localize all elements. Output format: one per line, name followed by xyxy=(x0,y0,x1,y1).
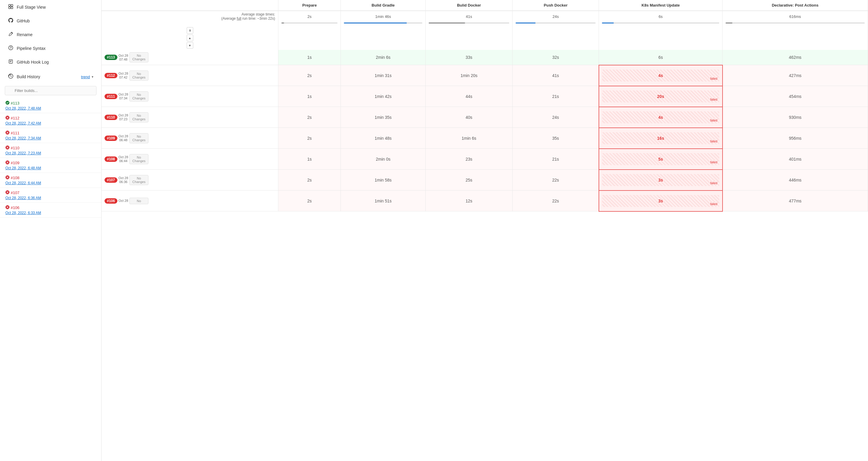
filter-input[interactable] xyxy=(5,86,96,95)
sidebar-item-full-stage-view[interactable]: Full Stage View xyxy=(2,1,99,14)
build-badge-3[interactable]: #110 xyxy=(104,114,117,120)
stage-value-r1-s0: 2s xyxy=(307,73,312,78)
build-item-112[interactable]: #112 Oct 28, 2022, 7:42 AM xyxy=(0,113,101,128)
sidebar-item-github[interactable]: GitHub xyxy=(2,14,99,28)
build-badge-6[interactable]: #107 xyxy=(104,177,117,183)
github-icon xyxy=(8,18,14,24)
build-number-110[interactable]: #110 xyxy=(11,146,20,150)
stage-value-r4-s5: 956ms xyxy=(789,136,801,141)
build-badge-7[interactable]: #106 xyxy=(104,198,117,204)
build-date-106[interactable]: Oct 28, 2022, 6:33 AM xyxy=(5,211,96,215)
build-badge-5[interactable]: #108 xyxy=(104,157,117,162)
build-date-display-6: Oct 28 xyxy=(119,176,128,180)
build-date-110[interactable]: Oct 28, 2022, 7:23 AM xyxy=(5,151,96,155)
build-badge-0[interactable]: #113 xyxy=(104,55,117,60)
nav-top-button[interactable]: ⬆ xyxy=(187,27,193,34)
build-item-106[interactable]: #106 Oct 28, 2022, 6:33 AM xyxy=(0,203,101,218)
build-number-111[interactable]: #111 xyxy=(11,131,20,135)
progress-cell-5 xyxy=(722,22,868,26)
stage-cell-r6-s5: 446ms xyxy=(722,170,868,191)
stage-value-r4-s0: 2s xyxy=(307,136,312,141)
stage-value-r6-s0: 2s xyxy=(307,178,312,183)
stage-value-r5-s5: 401ms xyxy=(789,157,801,162)
stage-cell-r2-s4: 20s failed xyxy=(599,86,722,107)
build-item-108[interactable]: #108 Oct 28, 2022, 6:44 AM xyxy=(0,173,101,188)
build-history-header[interactable]: Build History trend ▾ xyxy=(2,70,99,84)
stage-cell-r4-s5: 956ms xyxy=(722,128,868,149)
stage-cell-r3-s3: 24s xyxy=(513,107,599,128)
build-number-112[interactable]: #112 xyxy=(11,116,20,120)
nav-down-button[interactable]: ▼ xyxy=(187,42,193,49)
stage-cell-r7-s2: 12s xyxy=(426,191,513,211)
stage-value-r7-s5: 477ms xyxy=(789,199,801,203)
build-number-106[interactable]: #106 xyxy=(11,205,20,210)
build-item-109[interactable]: #109 Oct 28, 2022, 6:48 AM xyxy=(0,158,101,173)
stage-cell-r1-s0: 2s xyxy=(278,65,341,86)
build-date-107[interactable]: Oct 28, 2022, 6:36 AM xyxy=(5,196,96,200)
build-time-display-2: 07:34 xyxy=(119,96,128,100)
stage-cell-r3-s2: 40s xyxy=(426,107,513,128)
stage-cell-r4-s1: 1min 48s xyxy=(341,128,426,149)
build-rows-container: ⬆ ▲ ▼ #113 Oct 28 07:48 NoChanges 1s2min… xyxy=(101,26,868,211)
col-header-1: Bulid Gradle xyxy=(341,0,426,11)
stage-cell-r5-s0: 1s xyxy=(278,149,341,170)
build-number-113[interactable]: #113 xyxy=(11,101,20,105)
sidebar-item-github-hook-log[interactable]: GitHub Hook Log xyxy=(2,56,99,69)
stage-cell-r6-s3: 22s xyxy=(513,170,599,191)
stage-cell-r7-s4: 3s failed xyxy=(599,191,722,211)
progress-bar-3 xyxy=(516,22,596,24)
stage-value-r3-s4: 4s xyxy=(658,115,663,120)
stage-cell-r7-s3: 22s xyxy=(513,191,599,211)
stage-cell-r0-s0: 1s xyxy=(278,50,341,65)
failed-label-r6-s4: failed xyxy=(710,182,717,185)
stage-cell-r0-s2: 33s xyxy=(426,50,513,65)
build-number-109[interactable]: #109 xyxy=(11,161,20,165)
avg-val-3: 24s xyxy=(513,11,599,22)
sidebar-item-rename[interactable]: Rename xyxy=(2,28,99,41)
progress-cell-3 xyxy=(513,22,599,26)
progress-fill-4 xyxy=(602,22,614,24)
trend-link[interactable]: trend xyxy=(81,75,90,79)
progress-spacer xyxy=(101,22,278,26)
build-row-5: #108 Oct 28 06:44 NoChanges 1s2min 0s23s… xyxy=(101,149,868,170)
rename-icon xyxy=(8,32,14,38)
stage-cell-r5-s4: 5s failed xyxy=(599,149,722,170)
build-date-108[interactable]: Oct 28, 2022, 6:44 AM xyxy=(5,181,96,185)
stage-value-r5-s4: 5s xyxy=(658,157,663,162)
build-number-107[interactable]: #107 xyxy=(11,191,20,195)
github-hook-log-icon xyxy=(8,59,14,65)
stage-cell-r2-s2: 44s xyxy=(426,86,513,107)
build-history-icon xyxy=(8,73,14,80)
build-item-111[interactable]: #111 Oct 28, 2022, 7:34 AM xyxy=(0,128,101,143)
build-time-display-4: 06:48 xyxy=(119,138,128,142)
build-row-4: #109 Oct 28 06:48 NoChanges 2s1min 48s1m… xyxy=(101,128,868,149)
sidebar-item-pipeline-syntax[interactable]: ? Pipeline Syntax xyxy=(2,42,99,55)
build-time-display-5: 06:44 xyxy=(119,159,128,163)
failed-cell-inner-r7-s4: 3s failed xyxy=(602,195,719,207)
failed-label-r7-s4: failed xyxy=(710,202,717,206)
avg-text: Average stage times: xyxy=(241,12,275,17)
nav-up-button[interactable]: ▲ xyxy=(187,35,193,41)
progress-bar-4 xyxy=(602,22,719,24)
build-date-111[interactable]: Oct 28, 2022, 7:34 AM xyxy=(5,136,96,140)
build-item-113[interactable]: #113 Oct 28, 2022, 7:48 AM xyxy=(0,98,101,113)
build-date-109[interactable]: Oct 28, 2022, 6:48 AM xyxy=(5,166,96,170)
build-date-113[interactable]: Oct 28, 2022, 7:48 AM xyxy=(5,106,96,110)
stage-value-r1-s5: 427ms xyxy=(789,73,801,78)
build-number-108[interactable]: #108 xyxy=(11,175,20,180)
col-header-3: Push Docker xyxy=(513,0,599,11)
stage-value-r2-s0: 1s xyxy=(307,94,312,99)
build-badge-4[interactable]: #109 xyxy=(104,136,117,141)
stage-cell-r2-s0: 1s xyxy=(278,86,341,107)
build-item-110[interactable]: #110 Oct 28, 2022, 7:23 AM xyxy=(0,143,101,158)
build-row-first-cell-1: #112 Oct 28 07:42 NoChanges xyxy=(101,65,278,86)
stage-value-r1-s2: 1min 20s xyxy=(461,73,477,78)
build-badge-2[interactable]: #111 xyxy=(104,94,117,99)
build-date-display-5: Oct 28 xyxy=(119,155,128,159)
build-item-107[interactable]: #107 Oct 28, 2022, 6:36 AM xyxy=(0,188,101,203)
build-date-112[interactable]: Oct 28, 2022, 7:42 AM xyxy=(5,121,96,125)
nav-arrows-cell: ⬆ ▲ ▼ xyxy=(101,26,278,50)
build-row-first-cell-0: #113 Oct 28 07:48 NoChanges xyxy=(101,50,278,65)
stage-value-r3-s3: 24s xyxy=(552,115,559,120)
build-badge-1[interactable]: #112 xyxy=(104,73,117,78)
